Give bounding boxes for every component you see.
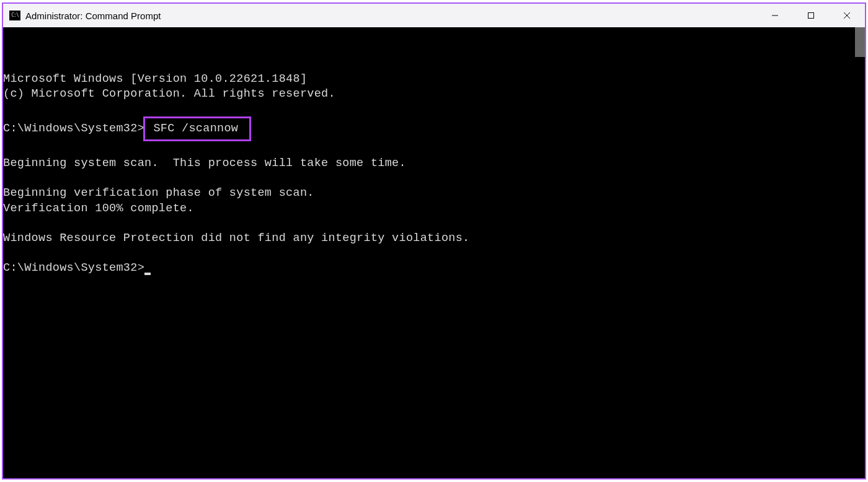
copyright-line: (c) Microsoft Corporation. All rights re… xyxy=(3,87,335,100)
prompt-path-2: C:\Windows\System32> xyxy=(3,261,144,274)
titlebar[interactable]: C:\ Administrator: Command Prompt xyxy=(3,4,865,27)
close-button[interactable] xyxy=(829,4,865,27)
sfc-command: SFC /scannow xyxy=(153,122,238,135)
svg-rect-1 xyxy=(808,13,814,19)
command-prompt-window: C:\ Administrator: Command Prompt Micros… xyxy=(2,2,866,480)
window-controls xyxy=(757,4,865,27)
terminal-area[interactable]: Microsoft Windows [Version 10.0.22621.18… xyxy=(3,27,865,478)
version-line: Microsoft Windows [Version 10.0.22621.18… xyxy=(3,72,307,85)
cursor xyxy=(144,273,151,275)
scrollbar-thumb[interactable] xyxy=(855,27,865,57)
cmd-icon: C:\ xyxy=(9,11,20,20)
prompt-path: C:\Windows\System32> xyxy=(3,122,144,135)
terminal-output: Microsoft Windows [Version 10.0.22621.18… xyxy=(3,72,865,276)
result-line: Windows Resource Protection did not find… xyxy=(3,232,470,245)
maximize-button[interactable] xyxy=(793,4,829,27)
window-title: Administrator: Command Prompt xyxy=(25,11,757,21)
scan-begin-line: Beginning system scan. This process will… xyxy=(3,157,406,170)
minimize-button[interactable] xyxy=(757,4,793,27)
command-highlight: SFC /scannow xyxy=(143,116,251,141)
verification-phase-line: Beginning verification phase of system s… xyxy=(3,186,314,199)
verification-complete-line: Verification 100% complete. xyxy=(3,202,194,215)
